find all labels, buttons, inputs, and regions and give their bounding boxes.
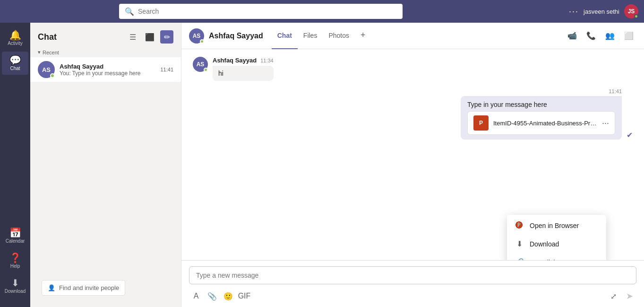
attach-btn[interactable]: 📎 <box>205 289 219 303</box>
tab-chat[interactable]: Chat <box>272 23 298 49</box>
sidebar-item-calendar[interactable]: 📅 Calendar <box>2 224 28 247</box>
nav-bottom: 📅 Calendar ❓ Help ⬇ Download <box>2 224 28 303</box>
find-invite-label: Find and invite people <box>59 284 119 291</box>
sidebar-item-activity[interactable]: 🔔 Activity <box>2 26 28 50</box>
chat-item-avatar: AS <box>38 61 55 78</box>
nav-label-activity: Activity <box>8 41 23 46</box>
chat-header-avatar: AS <box>189 28 204 44</box>
attachment-options-btn[interactable]: ··· <box>602 118 609 128</box>
context-menu-open-browser[interactable]: 🅟 Open in Browser <box>507 217 606 235</box>
incoming-msg-time: 11:34 <box>260 58 274 63</box>
section-label-recent: ▾ Recent <box>30 47 181 57</box>
ppt-icon: P <box>473 115 489 131</box>
incoming-avatar-status <box>204 68 208 72</box>
context-menu-copy-link-label: Copy link <box>530 259 557 261</box>
add-tab-button[interactable]: + <box>355 23 371 49</box>
topbar-right: ··· jasveen sethi JS <box>569 4 638 18</box>
gif-btn[interactable]: GIF <box>237 289 251 303</box>
download-nav-icon: ⬇ <box>11 278 19 288</box>
chat-header: AS Ashfaq Sayyad Chat Files Photos + 📹 📞… <box>181 23 644 49</box>
participants-btn[interactable]: 👥 <box>602 28 618 44</box>
outgoing-msg-text: Type in your message here <box>467 101 615 108</box>
nav-label-download: Download <box>5 289 26 294</box>
new-chat-button[interactable]: ✏ <box>160 30 173 44</box>
sidebar-title: Chat <box>38 32 57 42</box>
avatar-initials: JS <box>628 8 635 15</box>
format-btn[interactable]: A <box>189 289 203 303</box>
message-input[interactable] <box>189 266 636 284</box>
nav-item-wrapper-activity: 🔔 Activity <box>0 26 30 50</box>
chat-header-initials: AS <box>193 33 201 39</box>
outgoing-msg-wrapper: 11:41 Type in your message here P ItemID… <box>461 88 622 140</box>
chat-list: AS Ashfaq Sayyad You: Type in your messa… <box>30 57 181 271</box>
chat-header-name: Ashfaq Sayyad <box>209 32 263 40</box>
find-invite-icon: 👤 <box>48 284 55 291</box>
outgoing-msg-bubble: Type in your message here P ItemID-4955-… <box>461 96 622 140</box>
outgoing-msg-time: 11:41 <box>609 88 622 94</box>
chat-nav-icon: 💬 <box>9 55 21 65</box>
search-input[interactable] <box>138 8 397 15</box>
chat-header-tabs: Chat Files Photos + <box>272 23 371 49</box>
video-call-button[interactable]: ⬛ <box>143 30 156 44</box>
chat-item-status <box>50 73 55 78</box>
sidebar-header: Chat ☰ ⬛ ✏ <box>30 23 181 47</box>
topbar: 🔍 ··· jasveen sethi JS <box>0 0 644 23</box>
filter-button[interactable]: ☰ <box>126 30 139 44</box>
chat-item-initials: AS <box>42 66 51 73</box>
sidebar: Chat ☰ ⬛ ✏ ▾ Recent AS Ashfaq Sayyad You… <box>30 23 181 307</box>
incoming-msg-header: Ashfaq Sayyad 11:34 <box>213 57 274 64</box>
context-menu-download[interactable]: ⬇ Download <box>507 235 606 253</box>
sidebar-item-chat[interactable]: 💬 Chat <box>2 52 28 75</box>
more-options-btn[interactable]: ··· <box>569 7 579 17</box>
send-btn[interactable]: ➤ <box>622 289 636 303</box>
message-group-outgoing: 11:41 Type in your message here P ItemID… <box>193 88 633 140</box>
expand-btn[interactable]: ⬜ <box>621 28 636 44</box>
open-browser-icon: 🅟 <box>515 221 524 230</box>
incoming-msg-avatar: AS <box>193 57 208 72</box>
search-icon: 🔍 <box>125 7 134 16</box>
messages-area: AS Ashfaq Sayyad 11:34 hi 11:41 Type in … <box>181 49 644 260</box>
attachment-name: ItemID-4955-Animated-Business-Propo... <box>493 120 597 127</box>
nav-label-calendar: Calendar <box>6 238 25 244</box>
list-item[interactable]: AS Ashfaq Sayyad You: Type in your messa… <box>30 57 181 82</box>
incoming-msg-sender: Ashfaq Sayyad <box>213 57 257 64</box>
incoming-msg-bubble: hi <box>213 66 274 81</box>
chat-header-right: 📹 📞 👥 ⬜ <box>565 28 636 44</box>
sent-check-icon: ✔ <box>627 131 633 140</box>
context-menu: 🅟 Open in Browser ⬇ Download 🔗 Copy link <box>507 215 606 260</box>
chat-header-status <box>200 39 204 44</box>
chevron-down-icon: ▾ <box>38 49 41 55</box>
message-toolbar: A 📎 🙂 GIF ⤢ ➤ <box>189 288 636 304</box>
message-input-area: A 📎 🙂 GIF ⤢ ➤ <box>181 260 644 307</box>
find-invite-button[interactable]: 👤 Find and invite people <box>42 280 125 296</box>
message-group-incoming: AS Ashfaq Sayyad 11:34 hi <box>193 57 633 81</box>
sidebar-item-download[interactable]: ⬇ Download <box>2 274 28 298</box>
sidebar-actions: ☰ ⬛ ✏ <box>126 30 173 44</box>
incoming-msg-content: Ashfaq Sayyad 11:34 hi <box>213 57 274 81</box>
user-name: jasveen sethi <box>584 8 619 15</box>
search-box[interactable]: 🔍 <box>119 4 403 19</box>
nav-item-wrapper-chat: 💬 Chat <box>0 52 30 75</box>
emoji-btn[interactable]: 🙂 <box>221 289 235 303</box>
chat-item-info: Ashfaq Sayyad You: Type in your message … <box>60 63 155 77</box>
tab-files[interactable]: Files <box>298 23 323 49</box>
chat-item-preview: You: Type in your message here <box>60 70 155 77</box>
context-menu-open-browser-label: Open in Browser <box>530 222 579 229</box>
context-menu-copy-link[interactable]: 🔗 Copy link <box>507 253 606 260</box>
context-menu-download-label: Download <box>530 240 559 248</box>
copy-link-icon: 🔗 <box>515 258 524 260</box>
sidebar-item-help[interactable]: ❓ Help <box>2 249 28 272</box>
find-invite-wrapper: 👤 Find and invite people <box>30 271 181 307</box>
video-call-header-btn[interactable]: 📹 <box>565 28 580 44</box>
tab-photos[interactable]: Photos <box>323 23 355 49</box>
nav-label-help: Help <box>10 263 20 269</box>
activity-icon: 🔔 <box>9 30 21 40</box>
expand-input-btn[interactable]: ⤢ <box>606 289 620 303</box>
chat-area: AS Ashfaq Sayyad Chat Files Photos + 📹 📞… <box>181 23 644 307</box>
download-icon: ⬇ <box>515 239 524 248</box>
avatar[interactable]: JS <box>624 4 638 18</box>
incoming-avatar-initials: AS <box>197 61 205 68</box>
audio-call-btn[interactable]: 📞 <box>584 28 599 44</box>
attachment-card: P ItemID-4955-Animated-Business-Propo...… <box>467 111 615 135</box>
chat-item-time: 11:41 <box>160 67 173 72</box>
